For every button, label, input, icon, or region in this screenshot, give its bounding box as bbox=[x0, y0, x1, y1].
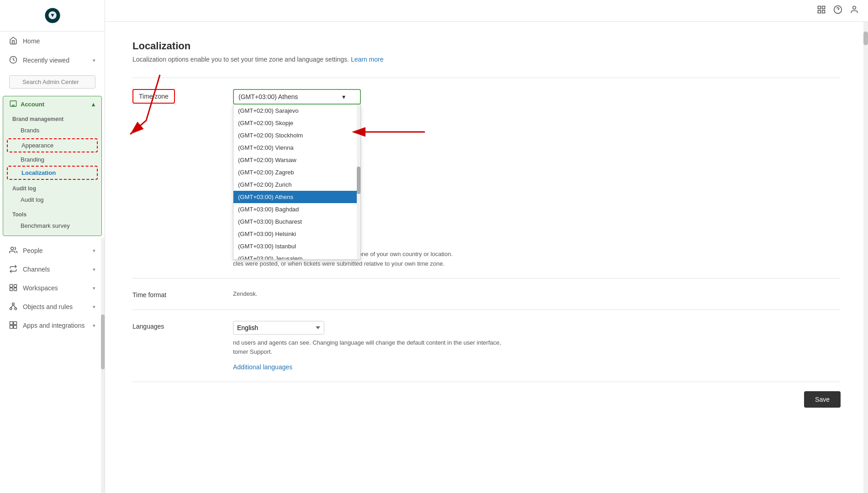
languages-label-col: Languages bbox=[132, 321, 215, 371]
account-label: Account bbox=[21, 101, 44, 108]
top-bar bbox=[105, 0, 868, 22]
help-icon[interactable] bbox=[833, 5, 842, 16]
sidebar-item-workspaces[interactable]: Workspaces ▾ bbox=[2, 279, 103, 297]
sidebar-item-people[interactable]: People ▾ bbox=[2, 241, 103, 260]
svg-rect-12 bbox=[14, 284, 17, 287]
grid-icon[interactable] bbox=[817, 5, 826, 16]
lang-description: nd users and agents can see. Changing la… bbox=[233, 338, 598, 356]
timezone-option-bucharest[interactable]: (GMT+03:00) Bucharest bbox=[233, 215, 360, 228]
sidebar-item-localization[interactable]: Localization bbox=[7, 166, 98, 180]
svg-point-15 bbox=[12, 303, 15, 305]
brand-management-label: Brand management bbox=[7, 112, 98, 124]
recently-viewed-chevron: ▾ bbox=[93, 58, 95, 63]
timezone-option-baghdad[interactable]: (GMT+03:00) Baghdad bbox=[233, 203, 360, 215]
audit-log-group: Audit log Audit log bbox=[7, 182, 98, 206]
timezone-option-vienna[interactable]: (GMT+02:00) Vienna bbox=[233, 142, 360, 154]
time-format-label-col: Time format bbox=[132, 289, 215, 299]
timezone-control: (GMT+03:00) Athens ▾ (GMT+02:00) Sarajev… bbox=[233, 89, 841, 267]
svg-rect-23 bbox=[14, 325, 17, 329]
timezone-selected-value: (GMT+03:00) Athens bbox=[238, 93, 298, 100]
page-title: Localization bbox=[132, 40, 841, 52]
home-label: Home bbox=[23, 37, 95, 45]
svg-rect-27 bbox=[822, 10, 825, 13]
svg-rect-25 bbox=[822, 6, 825, 9]
time-format-description: Zendesk. bbox=[233, 289, 841, 299]
audit-log-group-label: Audit log bbox=[7, 182, 98, 194]
learn-more-link[interactable]: Learn more bbox=[351, 56, 384, 63]
timezone-option-helsinki[interactable]: (GMT+03:00) Helsinki bbox=[233, 228, 360, 240]
workspaces-label: Workspaces bbox=[23, 284, 88, 292]
search-input[interactable] bbox=[9, 75, 95, 89]
sidebar-scrollbar[interactable] bbox=[101, 238, 105, 493]
user-icon[interactable] bbox=[850, 5, 859, 16]
svg-line-18 bbox=[11, 305, 13, 308]
svg-rect-22 bbox=[10, 325, 13, 329]
svg-line-19 bbox=[13, 305, 16, 308]
timezone-option-warsaw[interactable]: (GMT+02:00) Warsaw bbox=[233, 154, 360, 166]
sidebar-item-benchmark-survey[interactable]: Benchmark survey bbox=[7, 220, 98, 232]
svg-rect-26 bbox=[818, 10, 821, 13]
people-label: People bbox=[23, 247, 88, 254]
account-section-header[interactable]: Account ▴ bbox=[3, 96, 101, 112]
brand-management-group: Brand management Brands bbox=[7, 112, 98, 136]
sidebar-search-container: 🔍 bbox=[4, 72, 101, 92]
sidebar-scrollbar-thumb[interactable] bbox=[101, 315, 105, 369]
tools-group: Tools Benchmark survey bbox=[7, 208, 98, 232]
svg-rect-9 bbox=[12, 105, 14, 106]
appearance-group: Appearance Branding Localization bbox=[7, 138, 98, 180]
workspaces-icon bbox=[9, 283, 18, 293]
sidebar-item-channels[interactable]: Channels ▾ bbox=[2, 260, 103, 278]
timezone-dropdown[interactable]: (GMT+02:00) Sarajevo (GMT+02:00) Skopje … bbox=[233, 105, 361, 260]
svg-point-17 bbox=[15, 308, 17, 310]
svg-rect-2 bbox=[10, 101, 16, 106]
timezone-label: Time zone bbox=[133, 90, 174, 103]
svg-rect-11 bbox=[10, 284, 13, 287]
sidebar-item-branding[interactable]: Branding bbox=[7, 153, 98, 166]
timezone-option-istanbul[interactable]: (GMT+03:00) Istanbul bbox=[233, 240, 360, 252]
channels-label: Channels bbox=[23, 266, 88, 273]
sidebar-item-recently-viewed[interactable]: Recently viewed ▾ bbox=[2, 51, 103, 69]
timezone-option-skopje[interactable]: (GMT+02:00) Skopje bbox=[233, 117, 360, 129]
language-select[interactable]: English French German Spanish Japanese bbox=[233, 321, 324, 335]
main-scrollbar[interactable] bbox=[863, 22, 868, 493]
time-format-label: Time format bbox=[132, 289, 215, 299]
timezone-section: Time zone (GMT+03:00) Athens ▾ (GMT+02:0… bbox=[132, 78, 841, 278]
channels-icon bbox=[9, 265, 18, 274]
sidebar-item-home[interactable]: Home bbox=[2, 32, 103, 50]
timezone-option-jerusalem[interactable]: (GMT+03:00) Jerusalem bbox=[233, 252, 360, 260]
additional-languages-button[interactable]: Additional languages bbox=[233, 363, 292, 371]
save-button[interactable]: Save bbox=[804, 391, 841, 408]
languages-control: English French German Spanish Japanese n… bbox=[233, 321, 841, 371]
people-chevron: ▾ bbox=[93, 248, 95, 254]
sidebar-item-audit-log[interactable]: Audit log bbox=[7, 194, 98, 206]
people-icon bbox=[9, 246, 18, 255]
svg-point-10 bbox=[11, 247, 14, 250]
account-chevron-up: ▴ bbox=[92, 101, 95, 108]
timezone-select[interactable]: (GMT+03:00) Athens ▾ bbox=[233, 89, 361, 105]
timezone-option-stockholm[interactable]: (GMT+02:00) Stockholm bbox=[233, 129, 360, 142]
main-content: Localization Localization options enable… bbox=[105, 0, 868, 493]
page-description: Localization options enable you to set y… bbox=[132, 56, 841, 63]
sidebar-item-brands[interactable]: Brands bbox=[7, 124, 98, 136]
tools-label: Tools bbox=[7, 208, 98, 220]
sidebar-item-appearance[interactable]: Appearance bbox=[7, 138, 98, 152]
sidebar: Home Recently viewed ▾ 🔍 bbox=[0, 0, 105, 493]
timezone-option-zagreb[interactable]: (GMT+02:00) Zagreb bbox=[233, 166, 360, 178]
main-scrollbar-thumb[interactable] bbox=[863, 31, 868, 45]
timezone-option-zurich[interactable]: (GMT+02:00) Zurich bbox=[233, 178, 360, 191]
dropdown-scrollbar[interactable] bbox=[357, 105, 360, 259]
svg-rect-14 bbox=[14, 288, 17, 291]
time-format-control: Zendesk. bbox=[233, 289, 841, 299]
timezone-option-sarajevo[interactable]: (GMT+02:00) Sarajevo bbox=[233, 105, 360, 117]
timezone-wrapper: (GMT+03:00) Athens ▾ (GMT+02:00) Sarajev… bbox=[233, 89, 361, 105]
languages-label: Languages bbox=[132, 321, 215, 330]
sidebar-item-apps-integrations[interactable]: Apps and integrations ▾ bbox=[2, 316, 103, 335]
timezone-option-athens[interactable]: (GMT+03:00) Athens bbox=[233, 191, 360, 203]
svg-rect-24 bbox=[818, 6, 821, 9]
sidebar-item-objects-rules[interactable]: Objects and rules ▾ bbox=[2, 298, 103, 316]
timezone-articles-note: cles were posted, or when tickets were s… bbox=[233, 260, 553, 267]
clock-icon bbox=[9, 56, 18, 65]
svg-point-30 bbox=[853, 6, 856, 10]
objects-icon bbox=[9, 302, 18, 311]
dropdown-scrollbar-thumb[interactable] bbox=[357, 167, 360, 194]
